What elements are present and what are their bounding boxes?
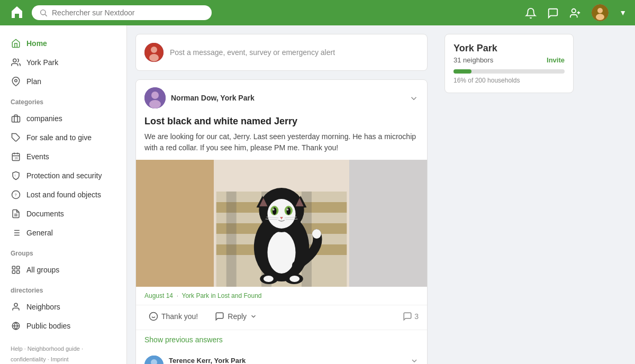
notifications-icon[interactable]	[525, 6, 537, 19]
svg-rect-28	[12, 266, 15, 269]
svg-line-1	[45, 14, 47, 16]
svg-point-2	[572, 9, 576, 13]
comment-item: Terence Kerr, York Park Sorry to hear! W…	[136, 349, 427, 364]
post-actions: Thank you! Reply 3	[136, 305, 427, 330]
invite-button[interactable]: Invite	[547, 56, 565, 64]
groups-title: Groups	[0, 242, 126, 260]
current-user-avatar	[144, 43, 164, 62]
post-author-avatar	[144, 87, 166, 108]
svg-rect-31	[17, 271, 20, 274]
neighbors-count: 31 neighbors	[453, 56, 493, 64]
post-card: Norman Dow, York Park Lost black and whi…	[135, 79, 428, 364]
svg-rect-41	[136, 160, 214, 287]
sidebar-item-all-groups[interactable]: All groups	[0, 260, 126, 279]
search-icon	[39, 8, 48, 17]
map-icon	[11, 76, 21, 87]
sidebar-label-for-sale: For sale and to give	[26, 133, 92, 142]
sidebar-label-protection: Protection and security	[26, 171, 102, 180]
post-image	[136, 160, 427, 287]
sidebar-item-documents[interactable]: Documents	[0, 204, 126, 223]
post-text: We are looking for our cat, Jerry. Last …	[144, 131, 419, 153]
sidebar: Home York Park Plan Categories	[0, 25, 127, 364]
post-options-chevron[interactable]	[409, 93, 419, 104]
sidebar-item-plan[interactable]: Plan	[0, 72, 126, 91]
thank-you-label: Thank you!	[161, 312, 198, 321]
sidebar-item-general[interactable]: General	[0, 223, 126, 242]
sidebar-item-events[interactable]: 26 Events	[0, 147, 126, 166]
sidebar-item-companies[interactable]: companies	[0, 109, 126, 128]
svg-point-62	[286, 207, 291, 215]
post-meta: August 14 · York Park in Lost and Found	[136, 287, 427, 305]
search-input[interactable]	[52, 8, 204, 17]
footer-neighborhood-guide[interactable]: Neighborhood guide	[28, 345, 80, 352]
svg-text:?: ?	[15, 193, 17, 197]
sidebar-item-home[interactable]: Home	[0, 34, 126, 53]
svg-rect-30	[12, 271, 15, 274]
post-comments: Show previous answers	[136, 330, 427, 364]
neighbors-icon	[11, 302, 21, 312]
post-input-box[interactable]: Post a message, event, survey or emergen…	[135, 34, 428, 71]
comment-count: 3	[403, 312, 419, 321]
post-author-name: Norman Dow, York Park	[171, 94, 255, 102]
header: ▼	[0, 0, 635, 25]
footer-confidentiality[interactable]: confidentiality	[11, 356, 46, 362]
post-header: Norman Dow, York Park	[136, 80, 427, 116]
tag-icon	[11, 132, 21, 143]
header-icons: ▼	[525, 4, 627, 21]
footer-imprint[interactable]: Imprint	[51, 356, 69, 362]
lost-icon: ?	[11, 189, 21, 200]
svg-point-74	[289, 276, 300, 282]
sidebar-item-for-sale[interactable]: For sale and to give	[0, 128, 126, 147]
svg-rect-43	[349, 160, 427, 287]
public-icon	[11, 321, 21, 331]
post-body: Lost black and white named Jerry We are …	[136, 116, 427, 160]
reply-label: Reply	[228, 312, 247, 321]
post-location[interactable]: York Park in Lost and Found	[182, 292, 262, 299]
sidebar-item-protection[interactable]: ! Protection and security	[0, 166, 126, 185]
user-avatar[interactable]	[592, 4, 609, 21]
documents-icon	[11, 208, 21, 219]
thank-you-button[interactable]: Thank you!	[144, 310, 202, 323]
sidebar-item-york-park[interactable]: York Park	[0, 53, 126, 72]
svg-point-61	[273, 207, 277, 215]
svg-point-0	[41, 10, 46, 15]
post-author-info: Norman Dow, York Park	[171, 94, 255, 102]
post-title: Lost black and white named Jerry	[144, 116, 419, 127]
neighborhood-name: York Park	[453, 43, 565, 54]
svg-point-36	[151, 47, 157, 53]
sidebar-label-documents: Documents	[26, 210, 64, 218]
sidebar-item-public-bodies[interactable]: Public bodies	[0, 316, 126, 335]
groups-icon	[11, 265, 21, 275]
header-logo[interactable]	[8, 4, 25, 21]
show-previous-button[interactable]: Show previous answers	[136, 330, 427, 349]
svg-point-40	[149, 100, 161, 108]
home-icon	[11, 38, 21, 49]
svg-rect-29	[17, 266, 20, 269]
svg-point-9	[15, 79, 17, 82]
messages-icon[interactable]	[547, 6, 559, 19]
comment-author-name: Terence Kerr, York Park	[169, 357, 246, 365]
add-neighbor-icon[interactable]	[569, 6, 581, 19]
right-sidebar: York Park 31 neighbors Invite 16% of 200…	[436, 34, 574, 93]
neighborhood-card: York Park 31 neighbors Invite 16% of 200…	[444, 34, 574, 93]
search-bar[interactable]	[32, 5, 212, 20]
reply-button[interactable]: Reply	[211, 310, 261, 323]
reply-chevron-icon	[250, 313, 257, 320]
layout: Home York Park Plan Categories	[0, 0, 635, 364]
post-date: August 14	[144, 292, 173, 299]
sidebar-footer: Help · Neighborhood guide · confidential…	[0, 335, 126, 364]
svg-point-75	[150, 313, 158, 321]
svg-point-37	[149, 54, 159, 61]
sidebar-item-lost-found[interactable]: ? Lost and found objects	[0, 185, 126, 204]
svg-point-32	[14, 303, 17, 306]
sidebar-item-neighbors[interactable]: Neighbors	[0, 297, 126, 316]
neighborhood-icon	[11, 57, 21, 68]
sidebar-label-general: General	[26, 229, 53, 237]
progress-bar-fill	[453, 69, 471, 74]
svg-point-73	[264, 276, 274, 282]
footer-help[interactable]: Help	[11, 345, 23, 352]
svg-point-70	[312, 229, 321, 239]
comment-options-chevron[interactable]	[410, 356, 419, 364]
chevron-down-icon[interactable]: ▼	[619, 8, 627, 17]
svg-point-63	[273, 208, 275, 211]
